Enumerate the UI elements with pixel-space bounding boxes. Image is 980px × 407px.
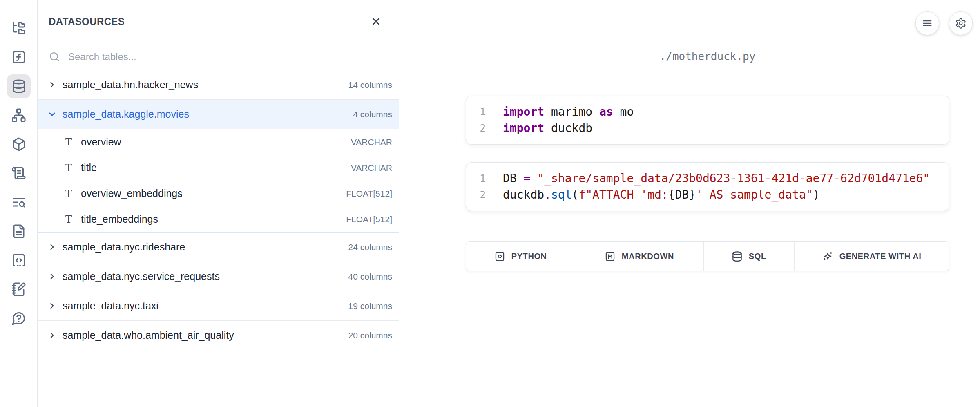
type-text-icon: T bbox=[63, 136, 74, 148]
chevron-right-icon bbox=[47, 272, 57, 281]
close-icon bbox=[370, 16, 382, 27]
table-column-count: 40 columns bbox=[348, 272, 392, 282]
table-name: sample_data.nyc.rideshare bbox=[63, 241, 185, 253]
sidebar-help-button[interactable] bbox=[7, 306, 31, 330]
column-name: title bbox=[81, 162, 97, 174]
sidebar-file-explorer-button[interactable] bbox=[7, 16, 31, 40]
table-row[interactable]: sample_data.who.ambient_air_quality 20 c… bbox=[38, 321, 399, 350]
add-markdown-cell-button[interactable]: MARKDOWN bbox=[575, 242, 703, 271]
code-line: import marimo as mo bbox=[503, 104, 949, 120]
text-search-icon bbox=[11, 195, 26, 210]
function-square-icon bbox=[11, 50, 26, 65]
table-row[interactable]: sample_data.kaggle.movies 4 columns bbox=[38, 100, 399, 129]
square-code-dashed-icon bbox=[11, 253, 26, 268]
activity-bar bbox=[0, 0, 38, 407]
database-icon bbox=[732, 251, 743, 262]
sidebar-scratchpad-button[interactable] bbox=[7, 277, 31, 301]
sidebar-datasources-button[interactable] bbox=[7, 74, 31, 98]
table-row[interactable]: sample_data.nyc.service_requests 40 colu… bbox=[38, 262, 399, 291]
notebook-content: ./motherduck.py 12 import marimo as moim… bbox=[466, 48, 949, 271]
sidebar-snippets-button[interactable] bbox=[7, 248, 31, 272]
line-numbers: 12 bbox=[466, 170, 492, 203]
add-sql-cell-button[interactable]: SQL bbox=[703, 242, 794, 271]
database-icon bbox=[11, 79, 26, 94]
sidebar-outline-button[interactable] bbox=[7, 161, 31, 185]
cell-code: import marimo as moimport duckdb bbox=[492, 104, 949, 136]
table-column-count: 20 columns bbox=[348, 331, 392, 340]
help-chat-icon bbox=[11, 311, 26, 326]
close-panel-button[interactable] bbox=[368, 13, 384, 30]
button-label: MARKDOWN bbox=[622, 252, 674, 261]
generate-with-ai-button[interactable]: GENERATE WITH AI bbox=[794, 242, 949, 271]
search-row bbox=[38, 43, 399, 70]
column-row[interactable]: T overview_embeddings FLOAT[512] bbox=[38, 181, 399, 206]
file-text-icon bbox=[11, 224, 26, 239]
column-type: VARCHAR bbox=[351, 137, 392, 147]
panel-header: DATASOURCES bbox=[38, 0, 399, 43]
notebook-pen-icon bbox=[11, 282, 26, 297]
sidebar-packages-button[interactable] bbox=[7, 132, 31, 156]
type-text-icon: T bbox=[63, 162, 74, 173]
column-row[interactable]: T title VARCHAR bbox=[38, 155, 399, 181]
table-column-count: 19 columns bbox=[348, 301, 392, 311]
column-name: overview_embeddings bbox=[81, 188, 183, 199]
line-numbers: 12 bbox=[466, 104, 492, 136]
network-icon bbox=[11, 108, 26, 123]
search-input[interactable] bbox=[67, 51, 391, 63]
datasources-panel: DATASOURCES sample_data.hn.hacker_news 1… bbox=[38, 0, 399, 407]
table-name: sample_data.nyc.service_requests bbox=[63, 271, 220, 282]
column-type: FLOAT[512] bbox=[346, 189, 392, 199]
scroll-text-icon bbox=[11, 166, 26, 181]
search-icon bbox=[49, 51, 60, 63]
table-name: sample_data.nyc.taxi bbox=[63, 300, 158, 312]
sidebar-dependencies-button[interactable] bbox=[7, 103, 31, 127]
cell-code: DB = "_share/sample_data/23b0d623-1361-4… bbox=[492, 170, 949, 203]
sidebar-documentation-button[interactable] bbox=[7, 190, 31, 214]
table-list: sample_data.hn.hacker_news 14 columns sa… bbox=[38, 70, 399, 350]
code-cell[interactable]: 12 import marimo as moimport duckdb bbox=[466, 96, 949, 145]
chevron-right-icon bbox=[47, 80, 57, 89]
code-cell[interactable]: 12 DB = "_share/sample_data/23b0d623-136… bbox=[466, 162, 949, 211]
table-columns: T overview VARCHAR T title VARCHAR T ove… bbox=[38, 129, 399, 233]
code-line: DB = "_share/sample_data/23b0d623-1361-4… bbox=[503, 170, 949, 187]
column-name: overview bbox=[81, 136, 121, 148]
add-cell-bar: PYTHON MARKDOWN SQL GENERATE WITH AI bbox=[466, 241, 949, 271]
table-name: sample_data.who.ambient_air_quality bbox=[63, 329, 234, 341]
table-column-count: 14 columns bbox=[348, 80, 392, 90]
table-name: sample_data.kaggle.movies bbox=[63, 108, 189, 120]
chevron-right-icon bbox=[47, 242, 57, 252]
table-row[interactable]: sample_data.hn.hacker_news 14 columns bbox=[38, 70, 399, 100]
column-type: FLOAT[512] bbox=[346, 215, 392, 224]
cells-container: 12 import marimo as moimport duckdb 12 D… bbox=[466, 96, 949, 211]
table-row[interactable]: sample_data.nyc.rideshare 24 columns bbox=[38, 233, 399, 262]
square-m-icon bbox=[605, 251, 616, 262]
button-label: GENERATE WITH AI bbox=[839, 252, 922, 261]
notebook-filename: ./motherduck.py bbox=[466, 48, 949, 65]
chevron-right-icon bbox=[47, 301, 57, 311]
button-label: SQL bbox=[749, 252, 766, 261]
notebook-menu-button[interactable] bbox=[915, 11, 939, 35]
chevron-down-icon bbox=[47, 110, 57, 119]
type-text-icon: T bbox=[63, 188, 74, 199]
button-label: PYTHON bbox=[511, 252, 547, 261]
column-row[interactable]: T overview VARCHAR bbox=[38, 129, 399, 155]
menu-icon bbox=[922, 18, 933, 29]
sidebar-logs-button[interactable] bbox=[7, 219, 31, 243]
panel-title: DATASOURCES bbox=[49, 16, 125, 27]
sidebar-variables-button[interactable] bbox=[7, 45, 31, 69]
square-code-icon bbox=[494, 251, 505, 262]
table-name: sample_data.hn.hacker_news bbox=[63, 79, 198, 91]
table-row[interactable]: sample_data.nyc.taxi 19 columns bbox=[38, 291, 399, 321]
folder-tree-icon bbox=[11, 21, 26, 36]
code-line: duckdb.sql(f"ATTACH 'md:{DB}' AS sample_… bbox=[503, 187, 949, 203]
code-line: import duckdb bbox=[503, 120, 949, 136]
column-type: VARCHAR bbox=[351, 163, 392, 173]
settings-button[interactable] bbox=[949, 11, 973, 35]
column-name: title_embeddings bbox=[81, 213, 158, 225]
add-python-cell-button[interactable]: PYTHON bbox=[466, 242, 575, 271]
sparkles-icon bbox=[822, 251, 833, 262]
settings-icon bbox=[955, 18, 967, 29]
table-column-count: 4 columns bbox=[353, 110, 392, 119]
type-text-icon: T bbox=[63, 214, 74, 225]
column-row[interactable]: T title_embeddings FLOAT[512] bbox=[38, 206, 399, 232]
